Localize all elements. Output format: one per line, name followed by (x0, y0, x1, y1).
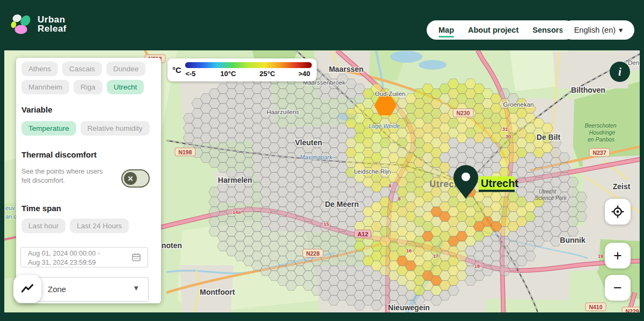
svg-text:31: 31 (502, 126, 508, 132)
info-button[interactable]: i (610, 62, 630, 82)
chevron-down-icon: ▾ (619, 26, 623, 34)
info-icon: i (618, 65, 621, 79)
chart-button[interactable] (13, 275, 41, 303)
svg-text:Zeist: Zeist (613, 182, 631, 191)
city-chip-riga[interactable]: Riga (74, 80, 103, 94)
svg-text:Bunnik: Bunnik (560, 236, 586, 244)
app-header: Urban Releaf Map About project Sensors E… (0, 0, 644, 50)
svg-text:Utrecht: Utrecht (481, 177, 518, 189)
city-chip-cascais[interactable]: Cascais (62, 62, 102, 76)
chevron-down-icon: ▼ (133, 284, 140, 292)
svg-text:8: 8 (389, 183, 391, 189)
legend-tick: 10°C (220, 70, 236, 78)
timespan-chips: Last hour Last 24 Hours (21, 219, 129, 233)
timespan-heading: Time span (21, 204, 61, 213)
filter-panel: Athens Cascais Dundee Mannheim Riga Utre… (16, 58, 161, 303)
svg-text:Oud-Zuilen: Oud-Zuilen (375, 91, 406, 97)
svg-text:Den Do: Den Do (628, 59, 640, 66)
svg-text:16: 16 (406, 248, 412, 253)
zoom-out-button[interactable]: − (605, 275, 631, 301)
city-chips-row1: Athens Cascais Dundee (21, 62, 145, 76)
svg-text:Lage Weide: Lage Weide (369, 123, 400, 129)
nav-tab-about-project[interactable]: About project (468, 23, 518, 38)
svg-text:De Bilt: De Bilt (537, 133, 561, 141)
page-footer (0, 312, 644, 321)
language-label: English (en) (574, 26, 616, 34)
svg-text:Nieuwegein: Nieuwegein (388, 303, 430, 312)
city-chip-athens[interactable]: Athens (21, 62, 58, 76)
zone-dropdown-label: Zone (48, 285, 66, 294)
svg-text:A12: A12 (357, 231, 368, 237)
svg-text:Maarssen: Maarssen (329, 65, 364, 73)
locate-me-button[interactable] (605, 199, 631, 225)
nav-tab-sensors[interactable]: Sensors (532, 23, 563, 38)
urban-releaf-logo-icon (10, 13, 32, 35)
svg-text:noten: noten (162, 241, 182, 250)
svg-text:N230: N230 (456, 110, 470, 116)
minus-icon: − (613, 280, 622, 296)
brand-line2: Releaf (38, 24, 67, 33)
svg-text:Vleuten: Vleuten (295, 138, 323, 147)
map-container: MaarssenMaarssenbroekOud-ZuilenHaarzuile… (4, 50, 640, 312)
variable-chips: Temperature Relative humidity (21, 121, 150, 136)
variable-chip-relative-humidity[interactable]: Relative humidity (80, 121, 150, 136)
svg-text:Montfoort: Montfoort (200, 288, 235, 296)
thermal-discomfort-toggle[interactable]: ✕ (121, 169, 150, 188)
svg-text:Bilthoven: Bilthoven (571, 86, 605, 94)
svg-text:14a: 14a (232, 210, 241, 215)
legend-tick: <-5 (185, 70, 195, 78)
svg-text:19: 19 (598, 253, 603, 259)
svg-text:Science Park: Science Park (535, 195, 567, 201)
date-range-line1: Aug 01, 2024 00:00:00 - (28, 249, 148, 258)
svg-text:Harmelen: Harmelen (218, 176, 252, 184)
svg-text:Utrecht: Utrecht (539, 189, 557, 195)
thermal-discomfort-description: See the points where users felt discomfo… (21, 167, 110, 185)
svg-text:Houdringe: Houdringe (589, 129, 616, 136)
svg-text:30: 30 (506, 134, 511, 139)
city-chip-dundee[interactable]: Dundee (106, 62, 145, 76)
city-chip-mannheim[interactable]: Mannheim (21, 80, 69, 94)
timespan-chip-last-hour[interactable]: Last hour (21, 219, 65, 233)
locate-icon (611, 205, 625, 219)
svg-text:Leidsche Rijn: Leidsche Rijn (354, 168, 391, 175)
zoom-in-button[interactable]: + (605, 243, 631, 268)
calendar-icon[interactable] (131, 252, 141, 265)
svg-text:18: 18 (474, 264, 480, 269)
svg-text:Groenekan: Groenekan (503, 101, 534, 108)
svg-text:17: 17 (433, 253, 438, 259)
svg-text:15: 15 (324, 221, 329, 227)
svg-text:8: 8 (398, 196, 400, 201)
legend-tick: >40 (298, 70, 310, 78)
svg-text:De Meern: De Meern (325, 200, 358, 208)
city-chip-utrecht[interactable]: Utrecht (107, 80, 144, 94)
svg-text:Beerschoten: Beerschoten (585, 122, 617, 129)
variable-heading: Variable (21, 105, 53, 114)
toggle-knob-x-icon: ✕ (124, 172, 137, 185)
date-range-line2: Aug 31, 2024 23:59:59 (28, 258, 148, 267)
svg-text:N229: N229 (625, 308, 639, 313)
trend-line-icon (20, 282, 34, 296)
svg-text:N198: N198 (178, 149, 192, 155)
date-range-input[interactable]: Aug 01, 2024 00:00:00 - Aug 31, 2024 23:… (20, 247, 148, 267)
brand-line1: Urban (38, 15, 67, 24)
svg-text:N410: N410 (589, 304, 602, 310)
nav-tab-map[interactable]: Map (438, 23, 454, 38)
brand-logo: Urban Releaf (10, 13, 67, 35)
svg-text:an d: an d (5, 213, 17, 220)
legend-gradient-bar (185, 62, 312, 68)
legend-unit: °C (172, 65, 181, 74)
svg-text:Maximapark: Maximapark (300, 154, 332, 160)
svg-text:N228: N228 (306, 250, 319, 257)
city-chips-row2: Mannheim Riga Utrecht (21, 80, 144, 94)
svg-text:N237: N237 (592, 150, 606, 156)
thermal-discomfort-heading: Thermal discomfort (21, 150, 97, 159)
legend-tick: 25°C (259, 70, 275, 78)
svg-text:euv: euv (5, 205, 16, 211)
svg-text:en Panbos: en Panbos (588, 136, 615, 143)
main-nav: Map About project Sensors (427, 20, 575, 40)
svg-text:Haarzuilens: Haarzuilens (267, 109, 299, 115)
timespan-chip-last-24-hours[interactable]: Last 24 Hours (70, 219, 129, 233)
language-selector[interactable]: English (en) ▾ (562, 20, 634, 40)
variable-chip-temperature[interactable]: Temperature (21, 121, 76, 136)
temperature-legend: °C <-510°C25°C>40 (167, 58, 317, 81)
